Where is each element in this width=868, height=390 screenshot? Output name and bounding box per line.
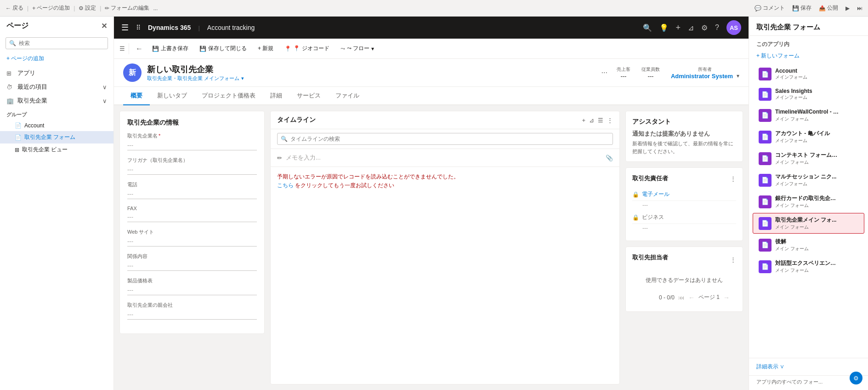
form-list-item[interactable]: 📄銀行カードの取引先企業...メイン フォーム xyxy=(753,191,864,212)
save-close-button[interactable]: 💾 保存して閉じる xyxy=(195,42,251,55)
flow-icon: ⤳ xyxy=(340,46,345,52)
form-more-icon[interactable]: ··· xyxy=(601,69,607,77)
field-value[interactable]: --- xyxy=(127,310,257,320)
field-value[interactable]: --- xyxy=(127,236,257,247)
field-row: 取引先企業名--- xyxy=(127,132,257,150)
sidebar-item-form[interactable]: 📄 取引先企業 フォーム xyxy=(0,131,113,143)
d365-search-icon[interactable]: 🔍 xyxy=(643,23,652,32)
form-list-item[interactable]: 📄アカウント - 亀パイルメインフォーム xyxy=(753,126,864,147)
timeline-more-icon[interactable]: ⋮ xyxy=(607,117,613,124)
form-item-sub: メイン フォーム xyxy=(775,246,858,252)
subtitle-caret-icon[interactable]: ▾ xyxy=(241,75,244,81)
show-more-link[interactable]: 詳細表示 ∨ xyxy=(749,358,868,375)
owner-caret-icon[interactable]: ▾ xyxy=(737,73,739,79)
sidebar-item-recent[interactable]: ⏱ 最近の項目 ∨ xyxy=(0,80,113,94)
sidebar-item-view[interactable]: ⊞ 取引先企業 ビュー xyxy=(0,143,113,156)
form-list: 📄Accountメインフォーム📄Sales Insightsメインフォーム📄Ti… xyxy=(749,63,868,278)
more-button[interactable]: ... xyxy=(153,5,158,11)
attach-icon[interactable]: 📎 xyxy=(606,155,613,161)
form-edit-button[interactable]: ✏ フォームの編集 xyxy=(105,4,149,12)
play-button[interactable]: ▶ xyxy=(845,5,850,11)
email-link[interactable]: 電子メール xyxy=(642,190,669,198)
form-item-name: TimelineWallControl - 取... xyxy=(775,108,840,116)
memo-placeholder[interactable]: メモを入力... xyxy=(286,154,602,162)
settings-button[interactable]: ⚙ 設定 xyxy=(79,4,96,12)
back-button[interactable]: ← 戻る xyxy=(6,4,23,12)
tab-details[interactable]: 詳細 xyxy=(263,87,289,105)
new-button[interactable]: + 新規 xyxy=(253,42,278,55)
assistant-title: アシスタント xyxy=(632,118,736,126)
comment-button[interactable]: 💬 コメント xyxy=(755,4,785,12)
d365-help-icon[interactable]: ? xyxy=(715,23,719,32)
search-input[interactable] xyxy=(6,37,108,49)
d365-add-icon[interactable]: + xyxy=(676,23,681,33)
form-list-item[interactable]: 📄Accountメインフォーム xyxy=(753,64,864,84)
form-item-sub: メイン フォーム xyxy=(775,116,858,122)
field-value[interactable]: --- xyxy=(127,189,257,199)
timeline-search-input[interactable] xyxy=(277,133,613,145)
field-value[interactable]: --- xyxy=(127,140,257,150)
sidebar-item-torihiki[interactable]: 🏢 取引先企業 ∨ xyxy=(0,94,113,108)
person-more-icon[interactable]: ⋮ xyxy=(730,256,736,263)
timeline-filter-icon[interactable]: ⊿ xyxy=(589,117,594,124)
field-value[interactable]: --- xyxy=(127,212,257,222)
form-list-item[interactable]: 📄マルチセッション ニク...メインフォーム xyxy=(753,170,864,190)
field-value[interactable]: --- xyxy=(127,165,257,175)
form-list-item[interactable]: 📄対話型エクスペリエンス...メイン フォーム xyxy=(753,256,864,277)
field-row: Web サイト--- xyxy=(127,229,257,247)
tab-new[interactable]: 新しいタブ xyxy=(150,87,194,105)
field-label: 製品価格表 xyxy=(127,277,257,284)
prev-page-button[interactable]: ← xyxy=(688,294,695,301)
add-page-button[interactable]: + ページの追加 xyxy=(32,4,70,12)
timeline-sort-icon[interactable]: ☰ xyxy=(598,117,603,124)
sidebar-item-apps[interactable]: ⊞ アプリ xyxy=(0,66,113,80)
owner-name[interactable]: Administrator System xyxy=(671,73,733,80)
field2-value: --- xyxy=(641,73,660,80)
d365-avatar[interactable]: AS xyxy=(726,20,741,35)
form-tabs: 概要 新しいタブ プロジェクト価格表 詳細 サービス ファイル xyxy=(114,87,749,105)
d365-filter-icon[interactable]: ⊿ xyxy=(688,23,694,32)
tab-files[interactable]: ファイル xyxy=(328,87,367,105)
end-button[interactable]: ⏭ xyxy=(857,5,862,11)
tab-service[interactable]: サービス xyxy=(289,87,328,105)
field-value[interactable]: --- xyxy=(127,261,257,271)
responsible-more-icon[interactable]: ⋮ xyxy=(730,175,736,182)
first-page-button[interactable]: ⏮ xyxy=(678,294,685,301)
save-button-top[interactable]: 💾 保存 xyxy=(792,4,811,12)
next-page-button[interactable]: → xyxy=(723,294,730,301)
field-row: 電話--- xyxy=(127,181,257,199)
form-item-icon: 📄 xyxy=(759,152,772,165)
geo-code-button[interactable]: 📍 📍 ジオコード xyxy=(280,42,334,55)
form-list-item[interactable]: 📄後解メイン フォーム xyxy=(753,235,864,255)
form-list-item[interactable]: 📄TimelineWallControl - 取...メイン フォーム xyxy=(753,105,864,126)
field-row: フリガナ（取引先企業名）--- xyxy=(127,157,257,175)
tab-project[interactable]: プロジェクト価格表 xyxy=(194,87,263,105)
d365-settings-icon[interactable]: ⚙ xyxy=(701,23,708,32)
form-body: 取引先企業の情報 取引先企業名---フリガナ（取引先企業名）---電話---FA… xyxy=(114,105,749,390)
timeline-header: タイムライン + ⊿ ☰ ⋮ xyxy=(271,111,619,129)
toggle-button[interactable]: ⚙ xyxy=(850,372,862,384)
d365-lightbulb-icon[interactable]: 💡 xyxy=(659,23,669,32)
add-form-button[interactable]: + 新しいフォーム xyxy=(749,50,868,63)
add-page-link[interactable]: + ページの追加 xyxy=(0,53,113,66)
field-value[interactable]: --- xyxy=(127,285,257,295)
hamburger-icon[interactable]: ☰ xyxy=(121,23,129,33)
back-arrow-icon[interactable]: ← xyxy=(133,42,146,56)
flow-button[interactable]: ⤳ ⤳ フロー ▾ xyxy=(336,42,379,55)
tab-summary[interactable]: 概要 xyxy=(123,87,150,105)
sidebar-toggle-icon[interactable]: ☰ xyxy=(119,45,125,52)
retry-link[interactable]: こちら xyxy=(277,182,294,189)
timeline-add-icon[interactable]: + xyxy=(582,117,585,124)
sidebar-item-account[interactable]: 📄 Account xyxy=(0,120,113,131)
form-list-item[interactable]: 📄Sales Insightsメインフォーム xyxy=(753,85,864,104)
waffle-icon[interactable]: ⠿ xyxy=(136,24,141,31)
field1-value: --- xyxy=(617,73,630,80)
save-close-icon: 💾 xyxy=(199,46,206,52)
timeline-section: タイムライン + ⊿ ☰ ⋮ 🔍 ✏ メモを入力 xyxy=(270,111,620,384)
timeline-memo: ✏ メモを入力... 📎 xyxy=(271,149,619,167)
form-list-item[interactable]: 📄コンテキスト フォームに...メイン フォーム xyxy=(753,148,864,169)
publish-button[interactable]: 📤 公開 xyxy=(819,4,838,12)
close-icon[interactable]: ✕ xyxy=(101,22,107,30)
overwrite-save-button[interactable]: 💾 上書き保存 xyxy=(148,42,193,55)
form-list-item[interactable]: 📄取引先企業メイン フォ...メイン フォーム xyxy=(753,213,864,234)
